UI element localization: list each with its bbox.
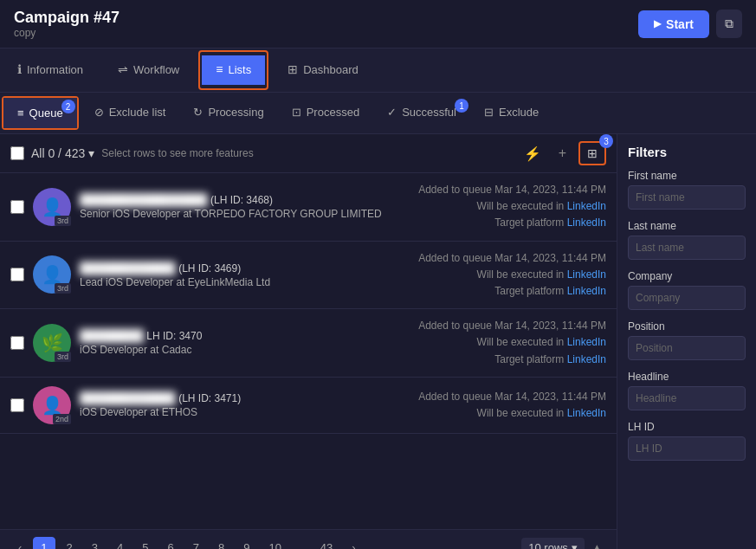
lh-id: (LH ID: 3468)	[210, 194, 273, 206]
row-checkbox[interactable]	[10, 398, 24, 412]
scroll-top-button[interactable]: ▲	[588, 538, 606, 549]
chevron-down-icon: ▾	[572, 541, 578, 549]
executed-in: Will be executed in LinkedIn	[418, 334, 606, 351]
next-page-button[interactable]: ›	[344, 537, 363, 549]
name-blurred: ████████████	[80, 391, 176, 404]
sub-tab-successful[interactable]: ✓ Successful 1	[373, 97, 470, 129]
target-platform: Target platform LinkedIn	[418, 283, 606, 300]
prev-page-button[interactable]: ‹	[10, 537, 29, 549]
list-item[interactable]: 👤 3rd ████████████████ (LH ID: 3468) Sen…	[0, 173, 617, 242]
copy-button[interactable]: ⧉	[716, 10, 742, 38]
page-button-3[interactable]: 3	[84, 537, 106, 549]
filter-group-headline: Headline	[628, 371, 746, 410]
filter-group-lh-id: LH ID	[628, 421, 746, 461]
lists-icon: ≡	[216, 62, 223, 76]
tab-workflow-label: Workflow	[133, 63, 179, 76]
contact-meta: Added to queue Mar 14, 2023, 11:44 PM Wi…	[418, 389, 606, 422]
list-item[interactable]: 🌿 3rd ████████ LH ID: 3470 iOS Developer…	[0, 309, 617, 378]
platform-link2[interactable]: LinkedIn	[567, 353, 606, 365]
platform-link2[interactable]: LinkedIn	[567, 216, 606, 229]
avatar-wrap: 👤 3rd	[33, 255, 71, 294]
page-button-2[interactable]: 2	[59, 537, 81, 549]
sub-tab-processed[interactable]: ⊡ Processed	[278, 97, 373, 129]
sub-tabs: ≡ Queue 2 ⊘ Exclude list ↻ Processing ⊡ …	[0, 93, 756, 134]
contacts-list: 👤 3rd ████████████████ (LH ID: 3468) Sen…	[0, 173, 617, 529]
row-checkbox[interactable]	[10, 268, 24, 281]
tab-dashboard[interactable]: ⊞ Dashboard	[270, 48, 376, 92]
tab-workflow[interactable]: ⇌ Workflow	[100, 48, 197, 92]
avatar-badge: 2nd	[53, 414, 71, 424]
dashboard-icon: ⊞	[288, 62, 298, 76]
filter-label-company: Company	[628, 270, 746, 282]
tab-information-label: Information	[27, 63, 83, 76]
add-icon-btn[interactable]: +	[553, 142, 572, 165]
sub-tab-exclude[interactable]: ⊟ Exclude	[470, 97, 552, 129]
rows-label: 10 rows	[528, 541, 568, 549]
rows-per-page-select[interactable]: 10 rows ▾	[521, 538, 585, 549]
sub-tab-queue[interactable]: ≡ Queue 2	[3, 98, 77, 128]
page-button-8[interactable]: 8	[210, 537, 232, 549]
contact-title: iOS Developer at Cadac	[80, 344, 410, 356]
target-platform: Target platform LinkedIn	[418, 215, 606, 231]
page-button-10[interactable]: 10	[261, 537, 288, 549]
filters-panel: Filters First name Last name Company Pos…	[617, 134, 756, 549]
platform-link2[interactable]: LinkedIn	[567, 285, 606, 297]
filter-group-position: Position	[628, 320, 746, 360]
filter-group-company: Company	[628, 270, 746, 310]
page-button-6[interactable]: 6	[160, 537, 182, 549]
platform-link[interactable]: LinkedIn	[567, 200, 606, 212]
page-button-9[interactable]: 9	[236, 537, 257, 549]
platform-link[interactable]: LinkedIn	[567, 268, 606, 281]
sub-tab-exclude-label: Exclude	[499, 106, 539, 119]
contact-info: ████████████████ (LH ID: 3468) Senior iO…	[80, 193, 410, 220]
main-tabs: ℹ Information ⇌ Workflow ≡ Lists ⊞ Dashb…	[0, 48, 756, 93]
platform-link[interactable]: LinkedIn	[567, 336, 606, 348]
avatar-wrap: 👤 2nd	[33, 386, 71, 424]
page-button-last[interactable]: 43	[313, 537, 340, 549]
executed-in: Will be executed in LinkedIn	[418, 267, 606, 283]
all-count[interactable]: All 0 / 423 ▾	[31, 146, 94, 160]
lh-id: LH ID: 3470	[146, 330, 202, 342]
queue-badge: 2	[61, 100, 75, 113]
contact-info: ████████ LH ID: 3470 iOS Developer at Ca…	[80, 329, 410, 356]
contact-info: ████████████ (LH ID: 3471) iOS Developer…	[80, 391, 410, 418]
filter-input-headline[interactable]	[628, 386, 746, 410]
name-blurred: ████████████	[80, 262, 176, 274]
sub-tab-exclude-list[interactable]: ⊘ Exclude list	[81, 97, 180, 129]
page-button-5[interactable]: 5	[134, 537, 156, 549]
row-checkbox[interactable]	[10, 200, 24, 214]
information-icon: ℹ	[17, 62, 22, 76]
list-item[interactable]: 👤 2nd ████████████ (LH ID: 3471) iOS Dev…	[0, 378, 617, 434]
added-date: Added to queue Mar 14, 2023, 11:44 PM	[418, 389, 606, 405]
page-button-1[interactable]: 1	[33, 537, 55, 549]
tab-lists[interactable]: ≡ Lists	[202, 55, 265, 85]
page-ellipsis: ...	[293, 538, 309, 549]
contact-name: ████████ LH ID: 3470	[80, 329, 410, 342]
filter-input-first-name[interactable]	[628, 185, 746, 210]
page-button-4[interactable]: 4	[109, 537, 131, 549]
page-button-7[interactable]: 7	[185, 537, 207, 549]
exclude-icon: ⊟	[484, 106, 494, 119]
list-area: All 0 / 423 ▾ Select rows to see more fe…	[0, 134, 617, 549]
row-checkbox[interactable]	[10, 336, 24, 350]
sub-tab-processing[interactable]: ↻ Processing	[179, 97, 277, 129]
select-all-checkbox[interactable]	[10, 146, 24, 160]
exclude-list-icon: ⊘	[94, 106, 104, 119]
sub-tab-processed-label: Processed	[307, 106, 359, 119]
filter-input-company[interactable]	[628, 286, 746, 310]
filter-input-position[interactable]	[628, 336, 746, 360]
filter-input-lh-id[interactable]	[628, 436, 746, 461]
campaign-info: Campaign #47 copy	[14, 9, 120, 39]
contact-meta: Added to queue Mar 14, 2023, 11:44 PM Wi…	[418, 250, 606, 300]
added-date: Added to queue Mar 14, 2023, 11:44 PM	[418, 250, 606, 267]
added-date: Added to queue Mar 14, 2023, 11:44 PM	[418, 182, 606, 198]
start-button[interactable]: Start	[638, 10, 709, 38]
platform-link[interactable]: LinkedIn	[567, 407, 606, 419]
filter-icon-btn[interactable]: ⚡	[519, 142, 546, 165]
successful-icon: ✓	[387, 106, 397, 119]
header-actions: Start ⧉	[638, 10, 742, 38]
filter-input-last-name[interactable]	[628, 236, 746, 260]
tab-information[interactable]: ℹ Information	[0, 48, 100, 92]
contact-title: Lead iOS Developer at EyeLinkMedia Ltd	[80, 276, 410, 288]
list-item[interactable]: 👤 3rd ████████████ (LH ID: 3469) Lead iO…	[0, 242, 617, 310]
